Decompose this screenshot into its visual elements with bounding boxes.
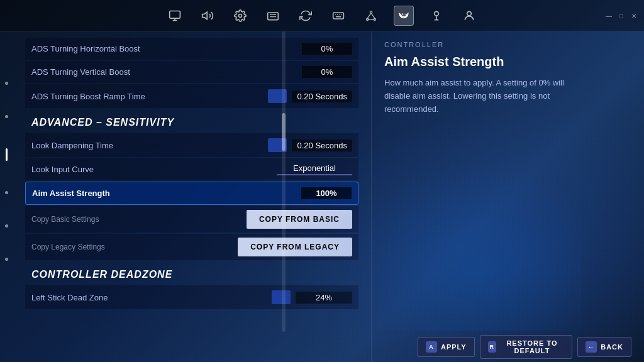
restore-icon: R: [488, 341, 496, 353]
sidebar-dot-5: [5, 258, 8, 261]
info-panel: CONTROLLER Aim Assist Strength How much …: [371, 31, 591, 362]
ads-ramp-time-label: ADS Turning Boost Ramp Time: [31, 92, 268, 101]
exp-underline: [277, 174, 352, 175]
exponential-label: Exponential: [293, 163, 336, 173]
ads-ramp-time-row[interactable]: ADS Turning Boost Ramp Time 0.20 Seconds: [25, 84, 358, 108]
look-dampening-slider[interactable]: 0.20 Seconds: [268, 138, 352, 152]
look-input-curve-row[interactable]: Look Input Curve Exponential: [25, 158, 358, 180]
ads-horizontal-boost-row[interactable]: ADS Turning Horizontal Boost 0%: [25, 38, 358, 60]
copy-from-legacy-button[interactable]: COPY FROM LEGACY: [238, 238, 352, 256]
copy-legacy-row: Copy Legacy Settings COPY FROM LEGACY: [25, 234, 358, 260]
info-category: CONTROLLER: [384, 41, 579, 48]
bottom-action-bar: A APPLY R RESTORE TO DEFAULT ← BACK: [405, 332, 644, 362]
left-sidebar: [0, 31, 13, 362]
sync-icon[interactable]: [296, 6, 316, 26]
aim-assist-strength-value: 100%: [301, 187, 352, 199]
ads-ramp-time-value: 0.20 Seconds: [292, 90, 352, 102]
settings-icon[interactable]: [230, 6, 250, 26]
joystick-icon[interactable]: [426, 6, 447, 26]
svg-line-18: [371, 13, 375, 18]
svg-point-26: [467, 11, 472, 16]
restore-label: RESTORE TO DEFAULT: [500, 339, 565, 354]
sidebar-dot-active: [6, 148, 8, 161]
svg-point-4: [239, 14, 242, 17]
sidebar-dot-1: [5, 82, 8, 85]
left-stick-deadzone-row[interactable]: Left Stick Dead Zone 24%: [25, 285, 358, 309]
copy-legacy-label: Copy Legacy Settings: [31, 243, 238, 251]
back-icon: ←: [586, 341, 597, 353]
maximize-button[interactable]: □: [618, 12, 625, 19]
look-dampening-label: Look Dampening Time: [31, 141, 268, 150]
ads-vertical-boost-label: ADS Turning Vertical Boost: [31, 67, 302, 77]
info-title: Aim Assist Strength: [384, 55, 579, 69]
profile-icon[interactable]: [459, 6, 479, 26]
svg-rect-8: [333, 13, 344, 19]
restore-default-button[interactable]: R RESTORE TO DEFAULT: [480, 335, 573, 359]
minimize-button[interactable]: —: [605, 12, 613, 19]
scrollbar-thumb[interactable]: [282, 113, 286, 151]
close-button[interactable]: ✕: [630, 12, 638, 19]
apply-icon: A: [426, 341, 437, 353]
left-stick-deadzone-value: 24%: [296, 292, 352, 304]
aim-assist-strength-row[interactable]: Aim Assist Strength 100%: [25, 182, 358, 205]
look-input-curve-label: Look Input Curve: [31, 165, 277, 174]
look-dampening-row[interactable]: Look Dampening Time 0.20 Seconds: [25, 133, 358, 157]
main-layout: ADS Turning Horizontal Boost 0% ADS Turn…: [0, 31, 644, 362]
svg-point-23: [435, 11, 439, 16]
sidebar-dot-3: [5, 191, 8, 194]
network-icon[interactable]: [361, 6, 381, 26]
svg-point-14: [370, 11, 372, 13]
advanced-sensitivity-header: ADVANCED – SENSITIVITY: [25, 109, 358, 133]
apply-label: APPLY: [441, 343, 467, 351]
svg-line-17: [367, 13, 371, 18]
copy-from-basic-button[interactable]: COPY FROM BASIC: [247, 210, 352, 229]
ads-vertical-boost-value: 0%: [302, 66, 352, 78]
svg-point-22: [405, 13, 406, 14]
ads-horizontal-boost-label: ADS Turning Horizontal Boost: [31, 44, 302, 53]
info-description: How much aim assist to apply. A setting …: [384, 77, 579, 116]
left-stick-deadzone-label: Left Stick Dead Zone: [31, 293, 272, 302]
ads-horizontal-boost-value: 0%: [302, 43, 352, 55]
sidebar-dot-4: [5, 224, 8, 228]
copy-basic-row: Copy Basic Settings COPY FROM BASIC: [25, 206, 358, 233]
controller-deadzone-header: CONTROLLER DEADZONE: [25, 261, 358, 285]
look-input-curve-value[interactable]: Exponential: [277, 163, 352, 175]
monitor-icon[interactable]: [165, 6, 185, 26]
left-stick-deadzone-thumb[interactable]: [272, 290, 291, 304]
top-nav-bar: — □ ✕: [0, 0, 644, 31]
window-controls: — □ ✕: [605, 0, 638, 31]
audio-icon[interactable]: [197, 6, 218, 26]
svg-rect-5: [268, 13, 279, 20]
look-dampening-value: 0.20 Seconds: [292, 140, 352, 151]
aim-assist-strength-label: Aim Assist Strength: [32, 189, 301, 198]
svg-rect-0: [170, 11, 180, 18]
controller-icon[interactable]: [394, 6, 414, 26]
ads-ramp-time-slider[interactable]: 0.20 Seconds: [268, 89, 352, 103]
copy-basic-label: Copy Basic Settings: [31, 215, 247, 224]
ads-vertical-boost-row[interactable]: ADS Turning Vertical Boost 0%: [25, 61, 358, 83]
sidebar-dot-2: [5, 115, 8, 118]
settings-panel: ADS Turning Horizontal Boost 0% ADS Turn…: [13, 31, 371, 362]
scrollbar-track[interactable]: [282, 31, 286, 332]
keyboard-icon[interactable]: [328, 6, 348, 26]
display-icon[interactable]: [263, 6, 283, 26]
back-button[interactable]: ← BACK: [577, 337, 631, 357]
back-label: BACK: [601, 343, 623, 351]
svg-marker-3: [203, 12, 208, 19]
apply-button[interactable]: A APPLY: [418, 337, 475, 357]
